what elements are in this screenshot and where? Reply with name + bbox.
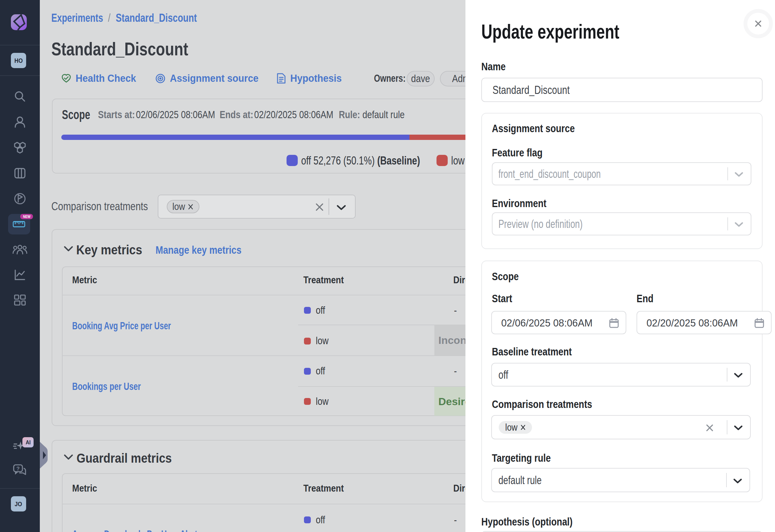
- svg-text:?: ?: [16, 466, 20, 472]
